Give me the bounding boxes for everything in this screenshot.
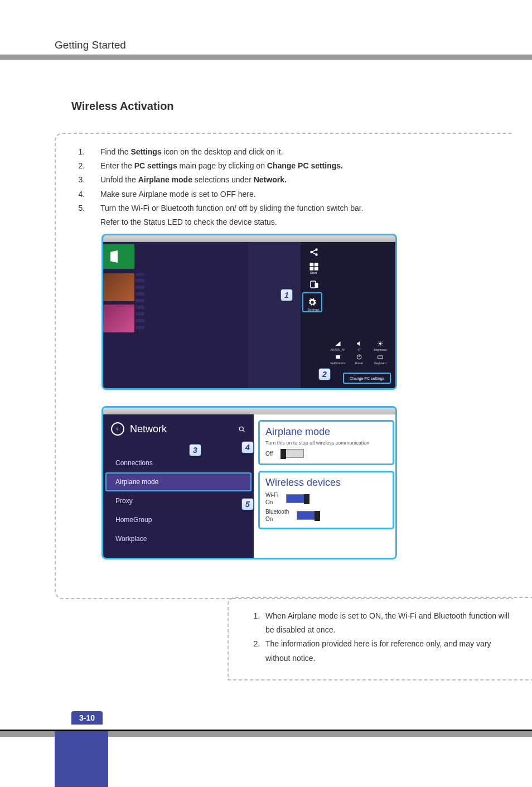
quick-volume[interactable]: 47 xyxy=(350,340,369,351)
svg-rect-6 xyxy=(315,267,318,271)
page-header: Getting Started xyxy=(0,0,532,56)
quick-keyboard[interactable]: Keyboard xyxy=(371,354,390,365)
keyboard-icon xyxy=(377,354,384,360)
notes-list: When Airplane mode is set to ON, the Wi-… xyxy=(252,609,514,665)
note-1: When Airplane mode is set to ON, the Wi-… xyxy=(262,609,514,637)
window-titlebar xyxy=(103,408,395,414)
charm-settings-label: Settings xyxy=(303,308,324,311)
note-2: The information provided here is for ref… xyxy=(262,637,514,665)
nav-item-connections[interactable]: Connections xyxy=(103,453,254,472)
devices-icon xyxy=(309,279,319,289)
charm-start-label: Start xyxy=(303,271,324,274)
bluetooth-state: On xyxy=(265,516,289,522)
step-5: Turn the Wi-Fi or Bluetooth function on/… xyxy=(87,201,486,229)
step-1: Find the Settings icon on the desktop an… xyxy=(87,145,486,159)
search-button[interactable] xyxy=(238,426,246,436)
step-3: Unfold the Airplane mode selections unde… xyxy=(87,173,486,187)
nav-item-workplace[interactable]: Workplace xyxy=(103,529,254,548)
brightness-icon xyxy=(377,340,384,347)
quick-brightness[interactable]: Brightness xyxy=(371,340,390,351)
change-pc-settings-link[interactable]: Change PC settings xyxy=(343,373,391,384)
charms-bar: Start Settings ANTON_AP 47 Brightness No… xyxy=(301,242,395,390)
gear-icon xyxy=(308,298,317,307)
screenshot-charms-bar: Start Settings ANTON_AP 47 Brightness No… xyxy=(101,234,397,390)
svg-rect-3 xyxy=(310,263,314,266)
nav-title: Network xyxy=(130,423,167,435)
callout-4: 4 xyxy=(241,441,254,453)
share-icon xyxy=(309,247,319,257)
content-pane: Airplane mode Turn this on to stop all w… xyxy=(254,414,397,559)
charm-devices[interactable] xyxy=(306,277,322,292)
quick-power[interactable]: Power xyxy=(350,354,369,365)
nav-pane: Network Connections Airplane mode Proxy … xyxy=(103,414,254,559)
tile-office[interactable] xyxy=(101,244,134,269)
airplane-mode-title: Airplane mode xyxy=(265,426,387,438)
callout-3: 3 xyxy=(189,444,201,456)
quick-settings-grid: ANTON_AP 47 Brightness Notifications Pow… xyxy=(328,340,390,365)
bluetooth-label: Bluetooth xyxy=(265,509,289,515)
volume-icon xyxy=(356,340,362,347)
step-4: Make sure Airplane mode is set to OFF he… xyxy=(87,187,486,201)
tile-pattern xyxy=(136,273,144,332)
section-title: Wireless Activation xyxy=(71,100,532,113)
window-titlebar xyxy=(103,235,395,242)
airplane-mode-state: Off xyxy=(265,451,273,457)
chapter-title: Getting Started xyxy=(55,39,532,51)
svg-point-13 xyxy=(239,427,243,431)
charm-share[interactable] xyxy=(306,244,322,260)
back-button[interactable] xyxy=(111,422,124,436)
windows-icon xyxy=(309,262,319,272)
bluetooth-toggle[interactable] xyxy=(297,511,320,520)
wireless-devices-panel: Wireless devices Wi-Fi On Bluetooth On xyxy=(258,471,394,529)
svg-rect-5 xyxy=(310,267,314,271)
notifications-icon xyxy=(335,354,341,360)
svg-rect-12 xyxy=(378,356,383,359)
airplane-mode-panel: Airplane mode Turn this on to stop all w… xyxy=(258,420,394,465)
page-number-badge: 3-10 xyxy=(71,711,103,725)
footer-tab xyxy=(55,731,108,787)
callout-2: 2 xyxy=(318,368,331,380)
power-icon xyxy=(356,354,362,360)
wifi-toggle[interactable] xyxy=(286,494,309,503)
nav-item-homegroup[interactable]: HomeGroup xyxy=(103,510,254,529)
wireless-devices-title: Wireless devices xyxy=(265,477,387,489)
callout-5: 5 xyxy=(241,498,254,510)
nav-item-proxy[interactable]: Proxy xyxy=(103,491,254,510)
screenshot-network-settings: Network Connections Airplane mode Proxy … xyxy=(101,406,397,559)
quick-notifications[interactable]: Notifications xyxy=(328,354,347,365)
nav-item-airplane-mode[interactable]: Airplane mode xyxy=(105,472,252,491)
nav-list: Connections Airplane mode Proxy HomeGrou… xyxy=(103,453,254,548)
nav-header: Network xyxy=(111,422,167,436)
step-5-sub: Refer to the Status LED to check the dev… xyxy=(100,215,486,229)
svg-rect-4 xyxy=(315,263,318,266)
wifi-state: On xyxy=(265,499,278,505)
search-icon xyxy=(238,426,246,433)
arrow-left-icon xyxy=(114,426,121,432)
svg-rect-8 xyxy=(315,283,318,288)
tile-photo-2[interactable] xyxy=(101,305,134,332)
office-icon xyxy=(109,250,122,263)
tile-photo-1[interactable] xyxy=(101,273,134,301)
airplane-mode-desc: Turn this on to stop all wireless commun… xyxy=(265,440,387,446)
network-icon xyxy=(335,340,341,347)
start-screen-tiles xyxy=(103,242,248,390)
svg-rect-10 xyxy=(336,355,340,359)
header-divider xyxy=(0,55,532,60)
instruction-list: Find the Settings icon on the desktop an… xyxy=(74,145,486,229)
svg-point-9 xyxy=(379,342,381,345)
callout-1: 1 xyxy=(280,289,293,301)
step-2: Enter the PC settings main page by click… xyxy=(87,159,486,173)
quick-network[interactable]: ANTON_AP xyxy=(328,340,347,351)
airplane-mode-toggle[interactable] xyxy=(280,449,304,458)
wifi-label: Wi-Fi xyxy=(265,492,278,498)
